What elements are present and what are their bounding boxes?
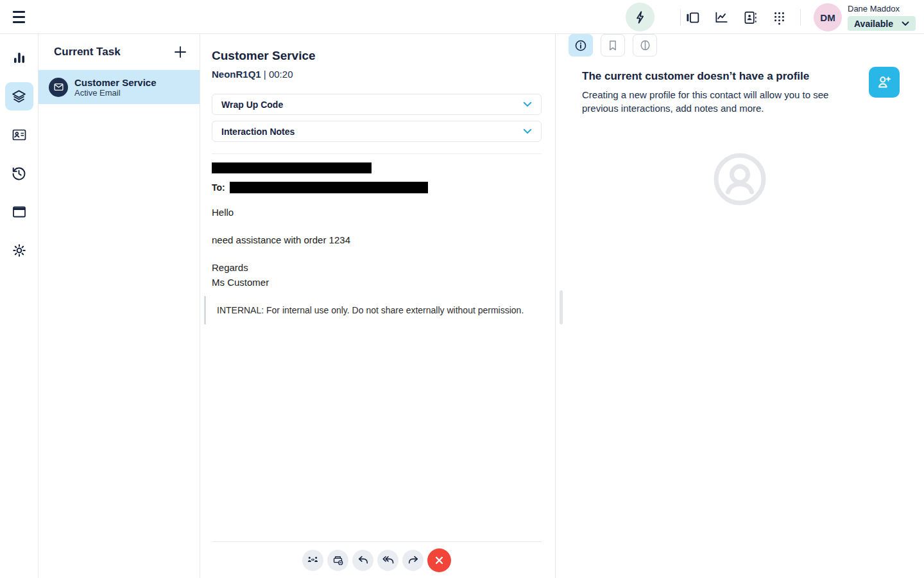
internal-note-quote: INTERNAL: For internal use only. Do not … bbox=[204, 296, 542, 324]
profile-tabs bbox=[556, 34, 924, 57]
user-name: Dane Maddox bbox=[848, 4, 916, 13]
interaction-panel: Customer Service NeonR1Q1 | 00:20 Wrap U… bbox=[200, 34, 556, 578]
forward-icon bbox=[407, 554, 420, 566]
sidebar-item-history[interactable] bbox=[5, 159, 33, 188]
redacted-subject-bar bbox=[212, 162, 372, 173]
wrap-up-code-label: Wrap Up Code bbox=[221, 100, 283, 110]
quick-actions-button[interactable] bbox=[626, 3, 654, 31]
journey-icon bbox=[638, 39, 652, 52]
hamburger-icon[interactable] bbox=[11, 9, 28, 25]
sidebar-item-apps[interactable] bbox=[5, 198, 33, 226]
interaction-notes-label: Interaction Notes bbox=[221, 127, 295, 137]
panels-icon[interactable] bbox=[685, 10, 700, 25]
interaction-timer: 00:20 bbox=[269, 69, 293, 80]
status-label: Available bbox=[854, 19, 893, 29]
lightning-icon bbox=[633, 10, 647, 24]
subtitle-separator: | bbox=[264, 69, 266, 80]
wrap-up-code-accordion[interactable]: Wrap Up Code bbox=[212, 94, 542, 115]
user-avatar[interactable]: DM bbox=[814, 3, 842, 31]
sidebar-item-interactions[interactable] bbox=[5, 82, 33, 110]
bar-chart-icon bbox=[12, 50, 27, 66]
email-greeting: Hello bbox=[212, 207, 542, 218]
topbar-separator bbox=[800, 9, 801, 26]
sidebar-item-settings[interactable] bbox=[5, 236, 33, 265]
scrollbar-thumb[interactable] bbox=[560, 290, 563, 324]
window-icon bbox=[12, 204, 27, 220]
email-signoff: Regards bbox=[212, 262, 542, 273]
email-body-line: need assistance with order 1234 bbox=[212, 234, 542, 245]
topbar-separator bbox=[680, 9, 681, 26]
tab-bookmarks[interactable] bbox=[601, 34, 625, 57]
agent-workspace: DM Dane Maddox Available bbox=[0, 0, 924, 578]
email-header-divider bbox=[212, 153, 542, 154]
settings-gear-icon bbox=[12, 243, 27, 258]
history-icon bbox=[11, 166, 27, 182]
plus-icon bbox=[173, 45, 187, 59]
redacted-recipient-bar bbox=[230, 182, 428, 193]
chevron-down-icon bbox=[523, 128, 532, 134]
add-task-button[interactable] bbox=[172, 44, 189, 60]
info-icon bbox=[574, 39, 588, 53]
interaction-subtitle: NeonR1Q1 | 00:20 bbox=[212, 69, 542, 80]
customer-profile-panel: The current customer doesn’t have a prof… bbox=[556, 34, 924, 578]
layers-icon bbox=[11, 89, 27, 105]
tab-info[interactable] bbox=[569, 34, 593, 57]
park-email-button[interactable] bbox=[327, 550, 348, 571]
left-navigation-rail bbox=[0, 34, 38, 578]
reply-button[interactable] bbox=[352, 550, 373, 571]
sidebar-item-activity[interactable] bbox=[5, 44, 33, 72]
task-item-customer-service[interactable]: Customer Service Active Email bbox=[38, 70, 200, 104]
create-profile-button[interactable] bbox=[869, 67, 900, 98]
performance-icon[interactable] bbox=[714, 10, 729, 25]
add-person-icon bbox=[876, 74, 893, 91]
top-bar: DM Dane Maddox Available bbox=[0, 0, 924, 34]
no-profile-heading: The current customer doesn’t have a prof… bbox=[582, 70, 871, 83]
reply-icon bbox=[357, 554, 370, 566]
queue-name: NeonR1Q1 bbox=[212, 69, 261, 80]
no-profile-description: Creating a new profile for this contact … bbox=[582, 88, 848, 115]
end-interaction-button[interactable] bbox=[427, 548, 451, 572]
transfer-icon bbox=[307, 554, 319, 566]
contacts-icon[interactable] bbox=[742, 10, 758, 25]
status-dropdown[interactable]: Available bbox=[848, 16, 916, 31]
tab-journey[interactable] bbox=[633, 34, 657, 57]
close-icon bbox=[434, 556, 444, 565]
task-item-subtitle: Active Email bbox=[74, 88, 157, 98]
current-task-panel: Current Task Customer Service Active Ema… bbox=[38, 34, 200, 578]
profile-placeholder-icon bbox=[712, 151, 768, 207]
transfer-button[interactable] bbox=[302, 550, 323, 571]
reply-all-icon bbox=[382, 554, 395, 566]
task-panel-title: Current Task bbox=[54, 46, 121, 58]
interaction-title: Customer Service bbox=[212, 49, 542, 63]
reply-all-button[interactable] bbox=[377, 550, 398, 571]
dialpad-icon[interactable] bbox=[771, 10, 787, 25]
bookmark-icon bbox=[606, 39, 619, 52]
forward-button[interactable] bbox=[402, 550, 424, 571]
sidebar-item-contacts[interactable] bbox=[5, 121, 33, 149]
email-signature: Ms Customer bbox=[212, 277, 542, 288]
chevron-down-icon bbox=[523, 101, 532, 107]
contact-card-icon bbox=[12, 127, 27, 143]
email-icon bbox=[49, 78, 68, 97]
email-toolbar bbox=[212, 541, 542, 578]
park-email-icon bbox=[332, 554, 344, 566]
task-item-title: Customer Service bbox=[74, 77, 157, 88]
to-label: To: bbox=[212, 182, 225, 193]
interaction-notes-accordion[interactable]: Interaction Notes bbox=[212, 121, 542, 142]
chevron-down-icon bbox=[902, 21, 909, 26]
